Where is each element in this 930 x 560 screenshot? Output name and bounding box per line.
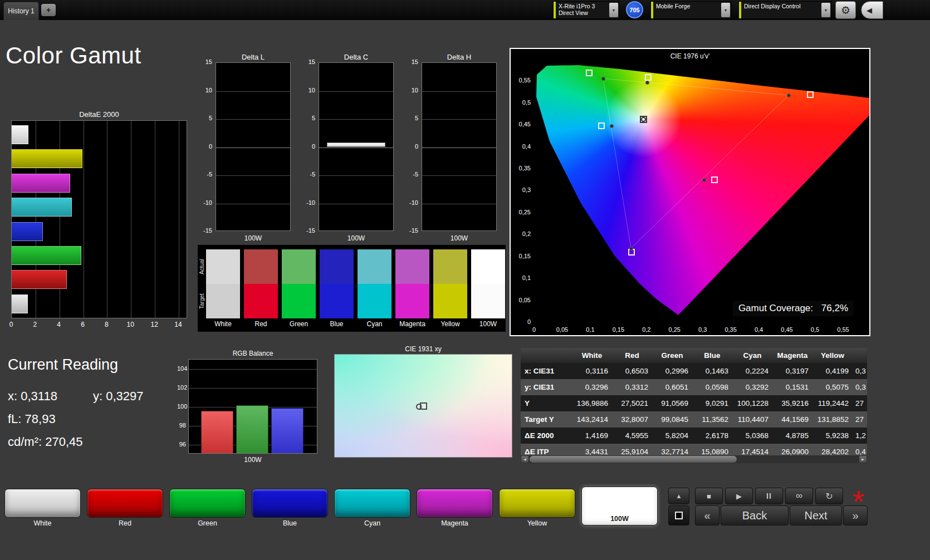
scrollbar-thumb[interactable] [530, 456, 737, 463]
next-button[interactable]: Next [790, 505, 842, 525]
add-tab-button[interactable]: + [41, 4, 56, 16]
loop-button[interactable]: ↻ [815, 488, 843, 504]
table-cell: 1,4169 [572, 431, 612, 440]
delta-value-bar [327, 143, 385, 147]
pattern-color-block [252, 489, 328, 518]
pattern-button-red[interactable]: Red [87, 489, 163, 527]
cie1976-y-tick: 0,3 [512, 186, 531, 193]
delta-gridline [216, 204, 290, 204]
chevron-down-icon[interactable]: ▼ [821, 3, 830, 17]
table-row-label: x: CIE31 [521, 367, 572, 375]
deltae-gridline [131, 121, 131, 318]
delta-gridline [319, 204, 393, 204]
page-back-icon[interactable]: « [695, 505, 719, 525]
page-next-icon[interactable]: » [843, 505, 868, 525]
cie1976-y-tick: 0 [512, 318, 531, 325]
table-header-cell: Yellow [812, 351, 853, 360]
table-row: Target Y143,241432,800799,084511,3562110… [521, 411, 867, 428]
rgb-gridline [189, 369, 317, 370]
delta-y-tick: -10 [195, 199, 212, 206]
gear-icon[interactable]: ⚙ [835, 1, 856, 19]
meter-dropdown[interactable]: X-Rite i1Pro 3 Direct View ▼ [553, 1, 620, 19]
delta-gridline [216, 148, 290, 148]
swatch-actual [206, 249, 240, 284]
cie1976-x-tick: 0,2 [635, 326, 658, 333]
target-square-red [807, 91, 814, 98]
meter-mode: Direct View [559, 9, 605, 16]
pattern-button-label: Cyan [334, 519, 410, 527]
deltae-gridline [107, 121, 107, 318]
pattern-button-white[interactable]: White [4, 489, 81, 527]
table-cell: 0,2996 [652, 367, 692, 375]
target-square-cyan [598, 122, 605, 129]
target-square-magenta [711, 176, 718, 183]
delta-y-tick: 0 [298, 143, 315, 150]
swatch-target [433, 284, 467, 318]
table-cell: 15,0890 [692, 448, 732, 456]
delta-gridline [216, 119, 290, 120]
table-cell: 11,3562 [692, 415, 732, 424]
stop-button[interactable]: ■ [695, 488, 723, 504]
pattern-color-block [334, 489, 410, 518]
swatch-target [358, 284, 391, 318]
cie1976-y-tick: 0,2 [512, 230, 531, 237]
scroll-right-icon[interactable]: ► [859, 456, 867, 463]
pause-button[interactable]: II [755, 488, 783, 504]
play-button[interactable]: ▶ [725, 488, 753, 504]
deltae-bar-magenta [12, 174, 70, 193]
table-row: y: CIE310,32960,33120,60510,05980,32920,… [521, 379, 867, 395]
pattern-button-blue[interactable]: Blue [252, 489, 328, 527]
pattern-button-cyan[interactable]: Cyan [334, 489, 410, 527]
delta-gridline [422, 119, 496, 120]
tab-history-1[interactable]: History 1 [3, 2, 39, 20]
table-cell: 0,1463 [692, 367, 732, 375]
table-header-cell: Blue [692, 351, 732, 360]
table-horizontal-scrollbar[interactable]: ◄ ► [521, 455, 867, 463]
table-row-label: Y [521, 399, 572, 407]
delta-y-tick: 0 [195, 143, 212, 150]
delta-y-tick: 10 [298, 87, 315, 94]
back-button[interactable]: Back [721, 505, 789, 525]
pattern-button-label: Magenta [417, 519, 493, 527]
display-control-dropdown[interactable]: Direct Display Control ▼ [738, 1, 832, 19]
cie1976-y-tick: 0,05 [512, 297, 531, 303]
source-dropdown[interactable]: Mobile Forge ▼ [650, 1, 732, 19]
table-cell: 0,3296 [572, 383, 612, 391]
swatch-label: Cyan [358, 320, 391, 328]
swatch-label: Green [282, 320, 316, 328]
pattern-button-yellow[interactable]: Yellow [499, 489, 575, 527]
swatch-column-cyan: Cyan [358, 249, 391, 328]
table-cell: 5,0368 [732, 431, 772, 440]
chevron-down-icon[interactable]: ▼ [609, 3, 618, 17]
chevron-down-icon[interactable]: ▼ [721, 3, 730, 17]
play-icon: ▶ [736, 492, 742, 500]
pattern-button-magenta[interactable]: Magenta [417, 489, 493, 527]
up-arrow-button[interactable]: ▲ [668, 488, 689, 504]
table-cell: 0,3 [853, 367, 867, 375]
pattern-window-button[interactable] [668, 505, 689, 525]
cie1976-y-tick: 0,15 [512, 253, 531, 259]
table-cell: 110,4407 [732, 415, 772, 424]
table-header-cell: Green [652, 351, 692, 360]
scroll-left-icon[interactable]: ◄ [521, 456, 528, 463]
collapse-panel-icon[interactable]: ◀ [861, 1, 883, 19]
deltae-x-tick: 2 [30, 321, 41, 328]
pattern-button-green[interactable]: Green [169, 489, 246, 527]
continuous-button[interactable]: ∞ [785, 488, 813, 504]
meter-count-badge: 705 [626, 1, 643, 18]
cie1976-y-tick: 0,1 [512, 274, 531, 281]
deltae-bar-yellow [12, 149, 82, 168]
cie1976-y-tick: 0,5 [512, 99, 531, 106]
cie1976-x-tick: 0,3 [692, 326, 714, 333]
rgb-y-tick: 102 [177, 384, 186, 391]
deltae-bar-cyan [12, 198, 72, 217]
swatch-column-white: White [206, 249, 240, 328]
table-cell: 119,2442 [812, 399, 853, 407]
delta-gridline [319, 175, 393, 176]
table-cell: 136,9886 [572, 399, 612, 407]
swatch-column-magenta: Magenta [395, 249, 429, 328]
cie1976-y-tick: 0,35 [512, 165, 531, 171]
delta-y-tick: -15 [195, 227, 212, 234]
pattern-button-100w[interactable]: 100W [581, 487, 658, 525]
page-title: Color Gamut [6, 42, 141, 69]
